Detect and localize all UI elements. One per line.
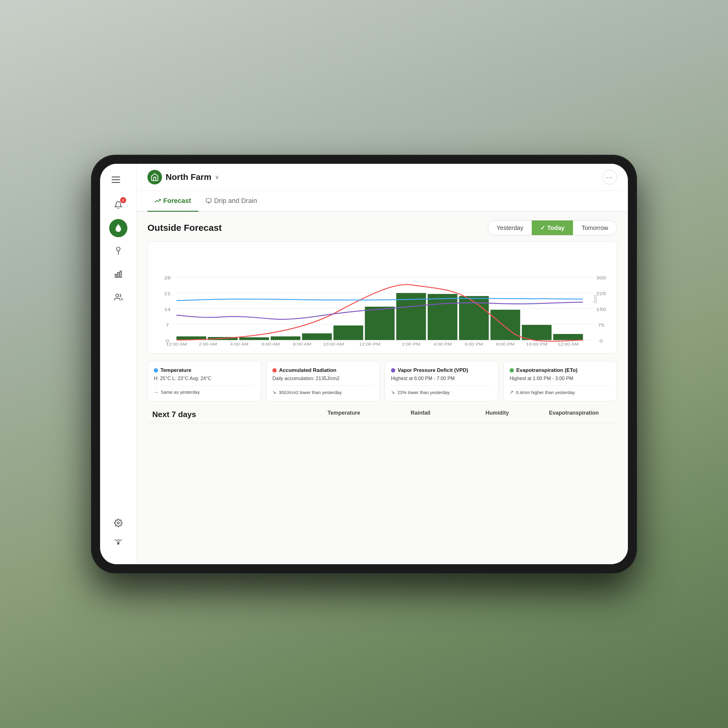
- svg-rect-30: [333, 326, 363, 340]
- vpd-card: Vapor Pressure Deficit (VPD) Highest at …: [385, 361, 499, 401]
- trend-text: Same as yesterday: [161, 390, 200, 395]
- svg-rect-27: [239, 337, 269, 340]
- svg-rect-28: [271, 336, 300, 340]
- forecast-chart: 0 7 14 21 28 0 75 150 225 300 J/cm²: [155, 249, 609, 346]
- tablet-device: 3: [91, 155, 637, 573]
- svg-rect-0: [115, 274, 116, 278]
- main-content: North Farm ∨ ··· Forecast: [136, 164, 628, 564]
- svg-text:7: 7: [166, 323, 169, 327]
- sidebar-item-analytics[interactable]: [109, 265, 127, 283]
- app-header: North Farm ∨ ···: [136, 164, 628, 191]
- temperature-dot: [154, 368, 158, 373]
- svg-text:2:00 PM: 2:00 PM: [402, 342, 421, 346]
- svg-text:300: 300: [596, 275, 606, 280]
- tomorrow-button[interactable]: Tomorrow: [573, 220, 617, 235]
- sidebar-item-team[interactable]: [109, 288, 127, 306]
- info-cards: Temperature H: 25°C L: 23°C Avg: 24°C → …: [147, 361, 617, 401]
- trend-icon: ↗: [509, 390, 514, 395]
- svg-rect-35: [491, 310, 520, 340]
- svg-text:8:00 AM: 8:00 AM: [293, 342, 311, 346]
- forecast-section-header: Outside Forecast Yesterday ✓ Today Tomor…: [147, 220, 617, 236]
- svg-rect-37: [553, 334, 583, 340]
- svg-text:2:00 AM: 2:00 AM: [199, 342, 217, 346]
- svg-rect-29: [302, 333, 332, 340]
- tab-bar: Forecast Drip and Drain: [136, 191, 628, 212]
- svg-text:12:00 PM: 12:00 PM: [359, 342, 380, 346]
- tab-forecast[interactable]: Forecast: [147, 191, 198, 212]
- eto-card-title: Evapotranspiration (ETo): [516, 367, 578, 373]
- chevron-down-icon: ∨: [215, 174, 219, 180]
- temperature-trend: → Same as yesterday: [154, 390, 255, 395]
- section-title: Outside Forecast: [147, 223, 222, 233]
- eto-value: Highest at 1:00 PM - 3:00 PM: [509, 376, 610, 381]
- svg-text:6:00 PM: 6:00 PM: [465, 342, 483, 346]
- eto-dot: [509, 368, 514, 373]
- radiation-value: Daily accumulation: 2135J/cm2: [272, 376, 373, 381]
- next7-title: Next 7 days: [152, 410, 306, 419]
- svg-text:150: 150: [596, 307, 606, 312]
- yesterday-button[interactable]: Yesterday: [488, 220, 532, 235]
- farm-name: North Farm: [166, 172, 211, 182]
- page-content: Outside Forecast Yesterday ✓ Today Tomor…: [136, 212, 628, 564]
- next7-rainfall-col: Rainfall: [382, 410, 459, 419]
- svg-text:4:00 PM: 4:00 PM: [433, 342, 452, 346]
- trend-text: 0.4mm higher than yesterday: [516, 390, 575, 395]
- svg-rect-33: [428, 294, 457, 340]
- radiation-dot: [272, 368, 277, 373]
- svg-rect-6: [206, 199, 211, 202]
- svg-text:8:00 PM: 8:00 PM: [496, 342, 514, 346]
- svg-text:4:00 AM: 4:00 AM: [230, 342, 248, 346]
- svg-text:28: 28: [164, 275, 170, 280]
- hamburger-menu[interactable]: [112, 173, 125, 186]
- trend-icon: ↘: [391, 390, 395, 395]
- card-divider: [154, 385, 255, 386]
- card-divider: [391, 385, 492, 386]
- svg-text:21: 21: [164, 291, 170, 296]
- svg-point-3: [116, 294, 118, 297]
- trend-text: 23% lower than yesterday: [398, 390, 450, 395]
- temperature-value: H: 25°C L: 23°C Avg: 24°C: [154, 376, 255, 381]
- trend-icon: ↘: [272, 390, 276, 395]
- svg-text:14: 14: [164, 307, 170, 312]
- farm-icon: [147, 170, 162, 184]
- sidebar-item-plants[interactable]: [109, 242, 127, 260]
- vpd-card-title: Vapor Pressure Deficit (VPD): [398, 367, 468, 373]
- eto-trend: ↗ 0.4mm higher than yesterday: [509, 390, 610, 395]
- sidebar-item-water[interactable]: [109, 219, 127, 237]
- svg-rect-1: [118, 272, 119, 277]
- chart-svg: 0 7 14 21 28 0 75 150 225 300 J/cm²: [155, 249, 609, 346]
- sidebar: 3: [100, 164, 136, 564]
- vpd-trend: ↘ 23% lower than yesterday: [391, 390, 492, 395]
- farm-selector[interactable]: North Farm ∨: [147, 170, 219, 184]
- next7-temp-col: Temperature: [306, 410, 382, 419]
- card-divider: [509, 385, 610, 386]
- svg-rect-31: [365, 307, 395, 340]
- forecast-chart-container: 0 7 14 21 28 0 75 150 225 300 J/cm²: [147, 242, 617, 354]
- today-button[interactable]: ✓ Today: [532, 220, 573, 235]
- more-options-button[interactable]: ···: [603, 170, 617, 184]
- svg-point-5: [118, 543, 119, 544]
- svg-point-4: [117, 522, 119, 524]
- sidebar-item-settings[interactable]: [109, 514, 127, 532]
- svg-text:12:00 AM: 12:00 AM: [166, 342, 187, 346]
- eto-card: Evapotranspiration (ETo) Highest at 1:00…: [503, 361, 617, 401]
- card-divider: [272, 385, 373, 386]
- svg-text:6:00 AM: 6:00 AM: [262, 342, 280, 346]
- next7-eto-col: Evapotranspiration: [535, 410, 612, 419]
- svg-rect-2: [120, 271, 121, 278]
- radiation-trend: ↘ 300J/cm2 lower than yesterday: [272, 390, 373, 395]
- svg-text:J/cm²: J/cm²: [592, 295, 598, 304]
- svg-text:0: 0: [600, 338, 603, 343]
- vpd-dot: [391, 368, 395, 373]
- vpd-value: Highest at 6:00 PM - 7:00 PM: [391, 376, 492, 381]
- sidebar-item-connectivity[interactable]: [109, 534, 127, 553]
- temperature-card: Temperature H: 25°C L: 23°C Avg: 24°C → …: [147, 361, 261, 401]
- svg-rect-36: [522, 325, 551, 340]
- tablet-screen: 3: [100, 164, 628, 564]
- sidebar-item-notifications[interactable]: 3: [109, 196, 127, 214]
- tab-drip-drain[interactable]: Drip and Drain: [198, 191, 265, 212]
- temperature-card-title: Temperature: [161, 367, 191, 373]
- time-selector: Yesterday ✓ Today Tomorrow: [488, 220, 617, 236]
- radiation-card-title: Accumulated Radiation: [279, 367, 336, 373]
- svg-text:10:00 PM: 10:00 PM: [526, 342, 547, 346]
